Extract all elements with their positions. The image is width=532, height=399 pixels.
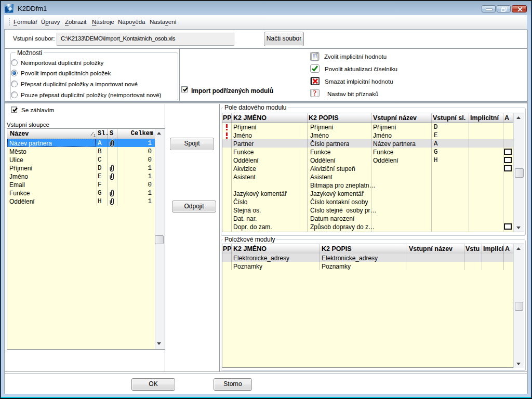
svg-text:?: ?	[313, 89, 317, 97]
svg-text:1: 1	[94, 134, 96, 137]
